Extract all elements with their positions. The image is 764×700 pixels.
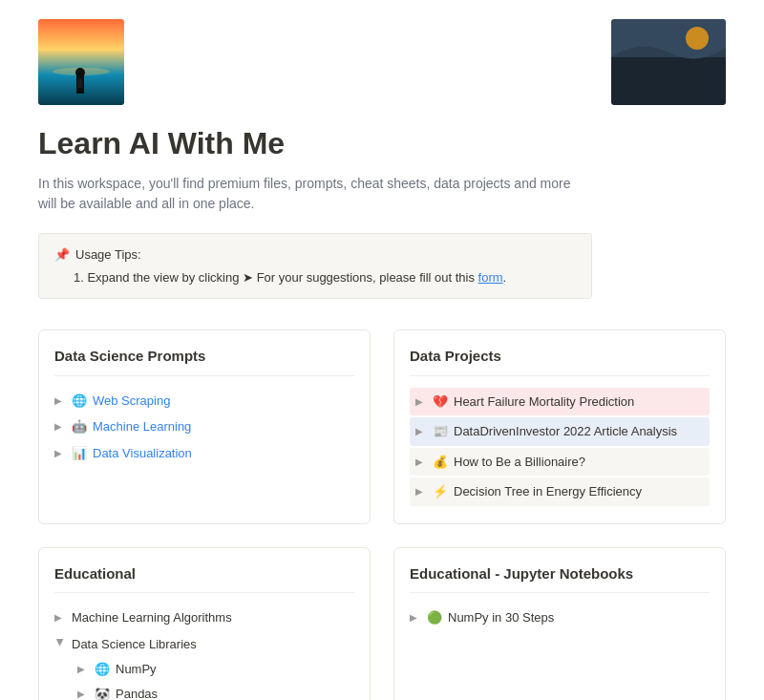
callout-form-link[interactable]: form [478, 270, 503, 285]
profile-image [38, 19, 124, 105]
educational-panel: Educational ▶ Machine Learning Algorithm… [38, 547, 371, 701]
educational-title: Educational [54, 563, 354, 594]
page-description: In this workspace, you'll find premium f… [38, 174, 592, 214]
data-projects-title: Data Projects [410, 346, 710, 376]
callout-text: 1. Expand the view by clicking ➤ For you… [54, 268, 576, 287]
callout-step1: 1. Expand the view by clicking ➤ For you… [74, 270, 478, 285]
list-item[interactable]: ▶ 🌐 Web Scraping [54, 388, 354, 414]
toggle-arrow: ▶ [415, 394, 427, 409]
educational-jupyter-title: Educational - Jupyter Notebooks [410, 563, 710, 594]
toggle-arrow: ▶ [415, 455, 427, 469]
corner-image [611, 19, 726, 105]
toggle-arrow: ▶ [54, 610, 66, 625]
educational-jupyter-panel: Educational - Jupyter Notebooks ▶ 🟢 NumP… [393, 547, 726, 701]
list-item[interactable]: ▶ Data Science Libraries [54, 631, 354, 658]
data-project-item[interactable]: ▶ 📰 DataDrivenInvestor 2022 Article Anal… [410, 417, 710, 446]
toggle-arrow: ▶ [54, 393, 66, 408]
toggle-arrow: ▶ [54, 446, 66, 460]
page-container: Learn AI With Me In this workspace, you'… [0, 0, 764, 700]
item-text: How to Be a Billionaire? [454, 453, 585, 472]
main-grid: Data Science Prompts ▶ 🌐 Web Scraping ▶ … [38, 329, 726, 524]
toggle-arrow: ▶ [410, 610, 421, 625]
item-icon: 💔 [433, 392, 448, 412]
item-icon: 💰 [433, 453, 448, 472]
item-text: Heart Failure Mortality Prediction [454, 392, 634, 412]
svg-rect-6 [611, 57, 726, 105]
toggle-arrow-open: ▶ [53, 638, 68, 649]
item-text: Data Science Libraries [72, 635, 197, 654]
data-project-item[interactable]: ▶ 💔 Heart Failure Mortality Prediction [410, 388, 710, 416]
item-icon: 🐼 [95, 685, 110, 701]
item-text: Web Scraping [93, 392, 170, 411]
item-text: Pandas [116, 685, 158, 701]
sub-list-item[interactable]: ▶ 🌐 NumPy [54, 657, 354, 682]
item-icon: 🟢 [427, 608, 442, 627]
list-item[interactable]: ▶ 🟢 NumPy in 30 Steps [410, 605, 710, 631]
data-projects-panel: Data Projects ▶ 💔 Heart Failure Mortalit… [393, 329, 726, 524]
item-icon: 🌐 [95, 660, 110, 679]
item-icon: 📊 [72, 444, 87, 463]
callout-suffix: . [503, 270, 507, 285]
item-icon: 📰 [433, 422, 448, 441]
page-title: Learn AI With Me [38, 120, 726, 166]
item-text: NumPy in 30 Steps [448, 608, 554, 627]
cover-image-area [38, 19, 726, 105]
svg-rect-4 [77, 78, 82, 88]
item-icon: 🤖 [72, 417, 87, 436]
item-icon: ⚡ [433, 482, 448, 501]
toggle-arrow: ▶ [77, 662, 89, 676]
toggle-arrow: ▶ [54, 419, 66, 434]
svg-point-7 [686, 27, 709, 50]
list-item[interactable]: ▶ Machine Learning Algorithms [54, 605, 354, 631]
data-science-prompts-panel: Data Science Prompts ▶ 🌐 Web Scraping ▶ … [38, 329, 371, 524]
item-text: Decision Tree in Energy Efficiency [454, 482, 642, 501]
callout-box: 📌 Usage Tips: 1. Expand the view by clic… [38, 233, 592, 299]
list-item[interactable]: ▶ 🤖 Machine Learning [54, 414, 354, 440]
item-text: Machine Learning Algorithms [72, 608, 232, 627]
item-icon: 🌐 [72, 392, 87, 411]
item-text: DataDrivenInvestor 2022 Article Analysis [454, 422, 677, 441]
toggle-arrow: ▶ [415, 484, 427, 498]
data-project-item[interactable]: ▶ 💰 How to Be a Billionaire? [410, 448, 710, 477]
data-science-prompts-title: Data Science Prompts [54, 346, 354, 376]
list-item[interactable]: ▶ 📊 Data Visualization [54, 440, 354, 467]
svg-point-3 [75, 68, 85, 77]
toggle-arrow: ▶ [415, 424, 427, 438]
sub-list-item[interactable]: ▶ 🐼 Pandas [54, 682, 354, 701]
callout-icon: 📌 [54, 245, 70, 265]
callout-label: Usage Tips: [75, 245, 141, 265]
toggle-arrow: ▶ [77, 687, 89, 700]
callout-header: 📌 Usage Tips: [54, 245, 576, 265]
item-text: NumPy [116, 660, 157, 679]
bottom-grid: Educational ▶ Machine Learning Algorithm… [38, 547, 726, 701]
item-text: Data Visualization [93, 444, 192, 463]
data-project-item[interactable]: ▶ ⚡ Decision Tree in Energy Efficiency [410, 477, 710, 506]
item-text: Machine Learning [93, 417, 191, 436]
